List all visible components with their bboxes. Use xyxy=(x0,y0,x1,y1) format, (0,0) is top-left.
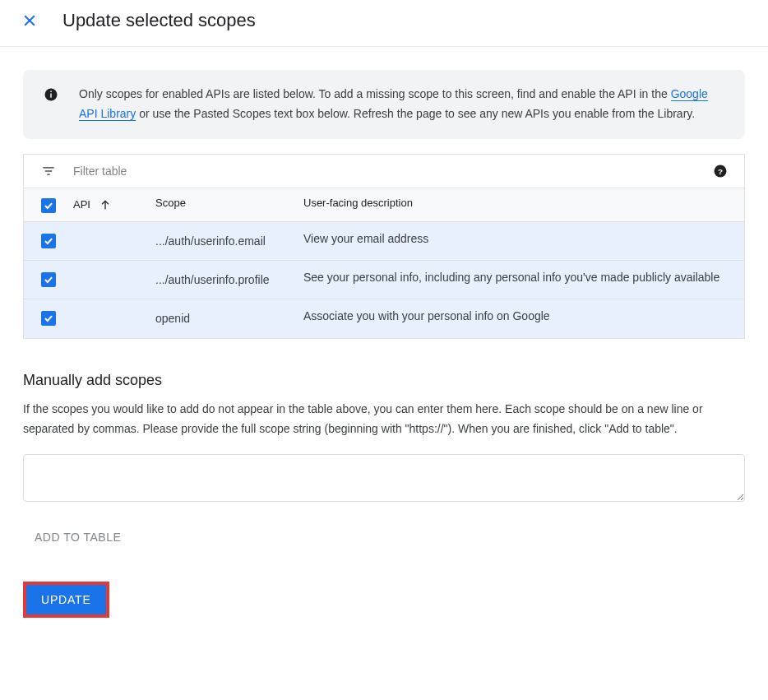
svg-rect-6 xyxy=(45,170,52,172)
scopes-table: ? API Scope User-facing description .../… xyxy=(23,154,745,339)
cell-api xyxy=(73,232,155,250)
row-checkbox[interactable] xyxy=(41,272,56,287)
header-api[interactable]: API xyxy=(73,197,155,213)
info-text-part2: or use the Pasted Scopes text box below.… xyxy=(136,107,695,120)
svg-rect-3 xyxy=(50,94,52,98)
cell-description: See your personal info, including any pe… xyxy=(303,271,744,289)
cell-scope: .../auth/userinfo.profile xyxy=(155,271,303,289)
svg-text:?: ? xyxy=(718,166,723,175)
cell-scope: .../auth/userinfo.email xyxy=(155,232,303,250)
page-title: Update selected scopes xyxy=(62,10,256,31)
table-row: openid Associate you with your personal … xyxy=(24,299,744,338)
cell-description: Associate you with your personal info on… xyxy=(303,309,744,327)
header-description[interactable]: User-facing description xyxy=(303,197,744,213)
filter-bar: ? xyxy=(24,155,744,188)
table-row: .../auth/userinfo.email View your email … xyxy=(24,222,744,261)
manual-section-description: If the scopes you would like to add do n… xyxy=(23,399,745,439)
cell-api xyxy=(73,309,155,327)
update-highlight-box: UPDATE xyxy=(23,582,109,618)
manual-scopes-textarea[interactable] xyxy=(23,454,745,502)
cell-scope: openid xyxy=(155,309,303,327)
info-banner: Only scopes for enabled APIs are listed … xyxy=(23,70,745,139)
svg-rect-4 xyxy=(50,91,52,93)
close-button[interactable] xyxy=(20,11,39,30)
dialog-header: Update selected scopes xyxy=(0,0,768,47)
row-checkbox[interactable] xyxy=(41,311,56,326)
add-to-table-button[interactable]: ADD TO TABLE xyxy=(23,522,132,552)
info-text-part1: Only scopes for enabled APIs are listed … xyxy=(79,87,671,100)
sort-arrow-up-icon xyxy=(99,198,112,211)
table-header-row: API Scope User-facing description xyxy=(24,188,744,222)
help-icon[interactable]: ? xyxy=(713,164,728,178)
update-button[interactable]: UPDATE xyxy=(26,585,106,614)
table-row: .../auth/userinfo.profile See your perso… xyxy=(24,261,744,299)
svg-rect-5 xyxy=(43,167,53,169)
close-icon xyxy=(21,12,38,29)
header-scope[interactable]: Scope xyxy=(155,197,303,213)
manual-section-title: Manually add scopes xyxy=(23,372,745,389)
filter-input[interactable] xyxy=(72,164,713,178)
info-text: Only scopes for enabled APIs are listed … xyxy=(79,85,725,124)
cell-description: View your email address xyxy=(303,232,744,250)
svg-rect-7 xyxy=(47,174,49,175)
row-checkbox[interactable] xyxy=(41,234,56,248)
select-all-checkbox[interactable] xyxy=(41,198,56,213)
filter-icon xyxy=(40,163,57,179)
info-icon xyxy=(43,86,59,103)
cell-api xyxy=(73,271,155,289)
